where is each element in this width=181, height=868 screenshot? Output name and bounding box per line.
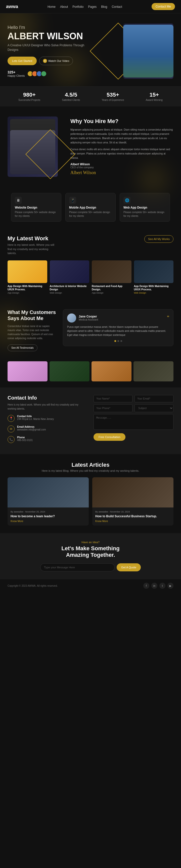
- articles-section: Latest Articles Here is my latest Blog. …: [0, 454, 181, 533]
- see-all-testimonials-button[interactable]: See All Testimonials: [7, 344, 37, 351]
- nav-about[interactable]: About: [60, 5, 68, 8]
- work-cat-4: Web Design: [134, 291, 174, 294]
- work-title-1: App Design With Maintaining UI/UX Proces…: [7, 284, 47, 291]
- cta-form: Get A Quote: [40, 563, 141, 571]
- service-website-desc: Please complete 50+ website design for m…: [15, 210, 58, 218]
- mobile-design-icon: 📱: [69, 197, 76, 204]
- contact-info-area: Contact Info Here is my latest work. Whe…: [7, 395, 87, 446]
- gallery-row: [0, 359, 181, 388]
- hero-clients-count: 325+: [7, 70, 25, 74]
- message-textarea[interactable]: [94, 414, 174, 430]
- email-icon: ✉: [7, 426, 14, 433]
- service-website-title: Website Design: [15, 206, 58, 209]
- latest-work-subtitle: Here is my latest work. Where you will f…: [7, 243, 58, 255]
- hero-clients-label: Happy Clients: [7, 74, 25, 77]
- webapp-design-icon: 🌐: [123, 197, 131, 204]
- name-input[interactable]: [94, 395, 133, 402]
- articles-subtitle: Here is my latest Blog. Where you will f…: [7, 469, 174, 472]
- testimonial-dots: [67, 340, 169, 342]
- stat-experience-label: Years of Experience: [102, 99, 124, 101]
- consultation-button[interactable]: Free Consultation: [94, 433, 125, 441]
- work-item-1[interactable]: App Design With Maintaining UI/UX Proces…: [7, 260, 47, 294]
- work-item-4[interactable]: App Design With Maintaining UI/UX Proces…: [134, 260, 174, 294]
- why-hire-image-area: [7, 117, 63, 177]
- nav-home[interactable]: Home: [47, 5, 56, 8]
- latest-work-title-area: My Latest Work Here is my latest work. W…: [7, 235, 58, 255]
- nav-links: Home About Portfolio Pages Blog Contact: [47, 4, 122, 9]
- nav-pages[interactable]: Pages: [88, 5, 97, 8]
- dot-3[interactable]: [120, 340, 122, 342]
- gallery-item-4[interactable]: [134, 361, 174, 381]
- hero-section: Hello I'm ALBERT WILSON A Creative UX/UI…: [0, 13, 181, 86]
- hero-image: [123, 23, 174, 79]
- stat-clients-label: Satisfied Clients: [62, 99, 80, 101]
- work-thumb-1: [7, 260, 47, 283]
- facebook-icon[interactable]: f: [143, 583, 149, 589]
- why-hire-body1: Mgraesen adipiscing posuere libero at tr…: [70, 128, 174, 145]
- nav-portfolio[interactable]: Portfolio: [72, 5, 83, 8]
- work-thumb-2: [50, 260, 89, 283]
- twitter-icon[interactable]: t: [159, 583, 166, 589]
- contact-section: Contact Info Here is my latest work. Whe…: [0, 388, 181, 454]
- navbar: awwa Home About Portfolio Pages Blog Con…: [0, 0, 181, 13]
- hero-greeting: Hello I'm: [7, 25, 93, 30]
- latest-work-section: My Latest Work Here is my latest work. W…: [0, 228, 181, 302]
- hero-start-button[interactable]: Lets Get Started: [7, 57, 37, 65]
- form-row-1: [94, 395, 174, 402]
- article-read-1[interactable]: Know More: [10, 520, 86, 523]
- cta-section: Have an Idea? Let's Make Something Amazi…: [0, 533, 181, 579]
- gallery-item-3[interactable]: [92, 361, 132, 381]
- nav-contact[interactable]: Contact: [112, 5, 122, 8]
- stat-projects-number: 980+: [19, 92, 40, 98]
- work-cat-2: Web Design: [50, 291, 89, 294]
- why-hire-content: Why You Hire Me? Mgraesen adipiscing pos…: [70, 118, 174, 175]
- linkedin-icon[interactable]: in: [151, 583, 157, 589]
- article-body-2: By awwadee · November 19, 2024 How to Bu…: [92, 507, 174, 526]
- nav-logo[interactable]: awwa: [6, 4, 18, 9]
- gallery-item-2[interactable]: [49, 361, 89, 381]
- work-item-2[interactable]: Architecture & Interior Website Design W…: [50, 260, 89, 294]
- see-all-works-button[interactable]: See All My Works: [144, 235, 174, 243]
- article-meta-2: By awwadee · November 19, 2024: [95, 510, 171, 513]
- articles-grid: By awwadee · November 25, 2024 How to be…: [7, 477, 174, 526]
- article-card-2[interactable]: By awwadee · November 19, 2024 How to Bu…: [92, 477, 174, 526]
- testimonials-inner: What My Customers Says About Me Consecte…: [7, 309, 174, 351]
- article-title-2: How to Build Successful Business Startup…: [95, 514, 171, 519]
- website-design-icon: 🖥: [15, 197, 22, 204]
- page-footer: Copyright © 2023 AWWA. All rights reserv…: [0, 579, 181, 592]
- phone-input[interactable]: [94, 404, 133, 412]
- testimonials-left: What My Customers Says About Me Consecte…: [7, 309, 58, 351]
- cta-message-input[interactable]: [40, 563, 115, 571]
- article-card-1[interactable]: By awwadee · November 25, 2024 How to be…: [7, 477, 89, 526]
- nav-contact-button[interactable]: Contact Me: [152, 3, 175, 10]
- dot-1[interactable]: [114, 340, 116, 342]
- quote-icon: ": [167, 314, 169, 321]
- article-thumb-2: [92, 477, 174, 507]
- work-item-3[interactable]: Restaurant and Food App Design. App Desi…: [92, 260, 132, 294]
- why-hire-section: Why You Hire Me? Mgraesen adipiscing pos…: [0, 106, 181, 187]
- stat-experience: 535+ Years of Experience: [102, 92, 124, 101]
- youtube-icon[interactable]: ▶: [168, 583, 174, 589]
- nav-blog[interactable]: Blog: [101, 5, 107, 8]
- testimonial-author-name: Jane Cooper: [79, 315, 98, 318]
- hero-video-button[interactable]: ▶ Watch Our Video: [39, 57, 73, 65]
- gallery-item-1[interactable]: [7, 361, 47, 381]
- location-icon: 📍: [7, 415, 14, 422]
- email-input[interactable]: [135, 395, 174, 402]
- contact-email: ✉ Email Address awwadee.mb@gmail.com: [7, 426, 87, 433]
- dot-2[interactable]: [117, 340, 119, 342]
- footer-socials: f in t ▶: [143, 583, 174, 589]
- testimonial-header: Jane Cooper Medical Assistant ": [67, 313, 169, 322]
- contact-address-value: 244 Royal Ln. Manis New Jersey: [17, 417, 54, 421]
- author-name: Albert Wilson: [70, 162, 174, 166]
- contact-form: Subject Free Consultation: [94, 395, 174, 446]
- service-webapp-desc: Please complete 50+ website design for m…: [123, 210, 166, 218]
- get-quote-button[interactable]: Get A Quote: [117, 563, 141, 571]
- stat-awards-label: Award Winning: [146, 99, 162, 101]
- service-webapp-title: Web App Design: [123, 206, 166, 209]
- subject-select[interactable]: Subject: [135, 404, 174, 412]
- service-card-mobile: 📱 Mobile App Design Please complete 50+ …: [65, 193, 116, 222]
- work-thumb-4: [134, 260, 174, 283]
- contact-email-value: awwadee.mb@gmail.com: [17, 428, 46, 431]
- article-read-2[interactable]: Know More: [95, 520, 171, 523]
